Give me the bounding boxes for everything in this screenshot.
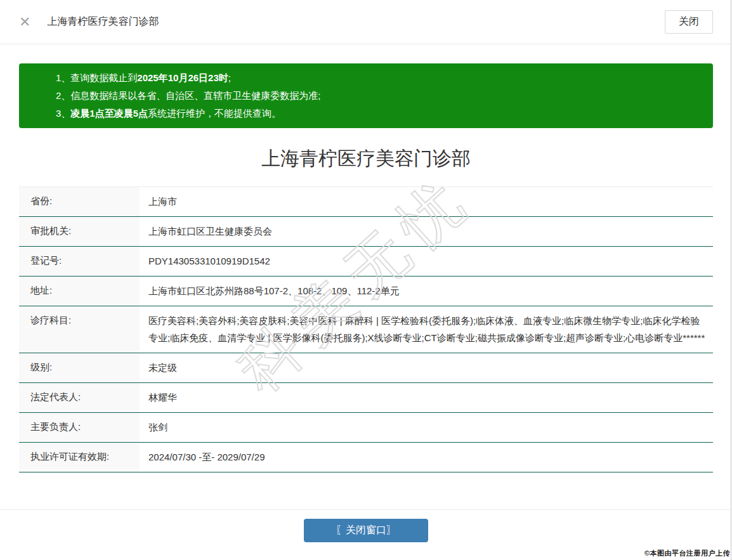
table-row-address: 地址: 上海市虹口区北苏州路88号107-2、108-2、109、112-2单元 bbox=[19, 277, 713, 306]
row-label: 级别: bbox=[19, 353, 140, 382]
info-table: 省份: 上海市 审批机关: 上海市虹口区卫生健康委员会 登记号: PDY1430… bbox=[19, 186, 713, 472]
title-bar: ✕ 上海青柠医疗美容门诊部 关闭 bbox=[0, 0, 732, 44]
table-row-registration-number: 登记号: PDY14305331010919D1542 bbox=[19, 247, 713, 277]
row-label: 诊疗科目: bbox=[19, 306, 140, 353]
row-value: 张剑 bbox=[140, 413, 713, 442]
row-value: 上海市 bbox=[140, 187, 713, 216]
bottom-bar: 〖关闭窗口〗 bbox=[0, 510, 732, 542]
close-button[interactable]: 关闭 bbox=[665, 10, 713, 34]
table-row-legal-representative: 法定代表人: 林耀华 bbox=[19, 383, 713, 413]
table-row-license-validity: 执业许可证有效期: 2024/07/30 -至- 2029/07/29 bbox=[19, 443, 713, 472]
row-label: 地址: bbox=[19, 277, 140, 306]
page-title: 上海青柠医疗美容门诊部 bbox=[0, 145, 732, 173]
table-row-approval-authority: 审批机关: 上海市虹口区卫生健康委员会 bbox=[19, 217, 713, 247]
row-value: 未定级 bbox=[140, 353, 713, 382]
notice-text: 查询数据截止到 bbox=[70, 72, 137, 83]
notice-text: 系统进行维护，不能提供查询。 bbox=[148, 108, 281, 119]
row-value: 上海市虹口区北苏州路88号107-2、108-2、109、112-2单元 bbox=[140, 277, 713, 306]
row-value: 林耀华 bbox=[140, 383, 713, 412]
notice-box: 1、查询数据截止到2025年10月26日23时; 2、信息数据结果以各省、自治区… bbox=[19, 63, 713, 128]
row-value: PDY14305331010919D1542 bbox=[140, 247, 713, 276]
notice-num: 3、 bbox=[56, 108, 70, 119]
row-value: 医疗美容科;美容外科;美容皮肤科;美容中医科 | 麻醉科 | 医学检验科(委托服… bbox=[140, 306, 713, 353]
row-label: 执业许可证有效期: bbox=[19, 443, 140, 472]
notice-text: 信息数据结果以各省、自治区、直辖市卫生健康委数据为准; bbox=[70, 90, 320, 101]
row-value: 上海市虹口区卫生健康委员会 bbox=[140, 217, 713, 246]
notice-bold: 凌晨1点至凌晨5点 bbox=[70, 108, 148, 119]
modal-window: ✕ 上海青柠医疗美容门诊部 关闭 1、查询数据截止到2025年10月26日23时… bbox=[0, 0, 732, 560]
close-window-button[interactable]: 〖关闭窗口〗 bbox=[304, 519, 428, 542]
window-title: 上海青柠医疗美容门诊部 bbox=[47, 15, 159, 29]
notice-num: 2、 bbox=[56, 90, 70, 101]
table-row-principal: 主要负责人: 张剑 bbox=[19, 413, 713, 443]
row-label: 主要负责人: bbox=[19, 413, 140, 442]
row-label: 省份: bbox=[19, 187, 140, 216]
row-value: 2024/07/30 -至- 2029/07/29 bbox=[140, 443, 713, 472]
notice-line-2: 2、信息数据结果以各省、自治区、直辖市卫生健康委数据为准; bbox=[56, 87, 700, 105]
close-x-icon[interactable]: ✕ bbox=[19, 15, 30, 29]
table-row-level: 级别: 未定级 bbox=[19, 353, 713, 383]
row-label: 法定代表人: bbox=[19, 383, 140, 412]
row-label: 登记号: bbox=[19, 247, 140, 276]
notice-line-1: 1、查询数据截止到2025年10月26日23时; bbox=[56, 69, 700, 87]
notice-text: ; bbox=[228, 72, 231, 83]
row-label: 审批机关: bbox=[19, 217, 140, 246]
footer-credit: ©本图由平台注册用户上传 bbox=[644, 549, 730, 558]
notice-bold: 2025年10月26日23时 bbox=[137, 72, 228, 83]
notice-num: 1、 bbox=[56, 72, 70, 83]
table-row-medical-subjects: 诊疗科目: 医疗美容科;美容外科;美容皮肤科;美容中医科 | 麻醉科 | 医学检… bbox=[19, 306, 713, 353]
notice-line-3: 3、凌晨1点至凌晨5点系统进行维护，不能提供查询。 bbox=[56, 105, 700, 122]
table-row-province: 省份: 上海市 bbox=[19, 187, 713, 217]
